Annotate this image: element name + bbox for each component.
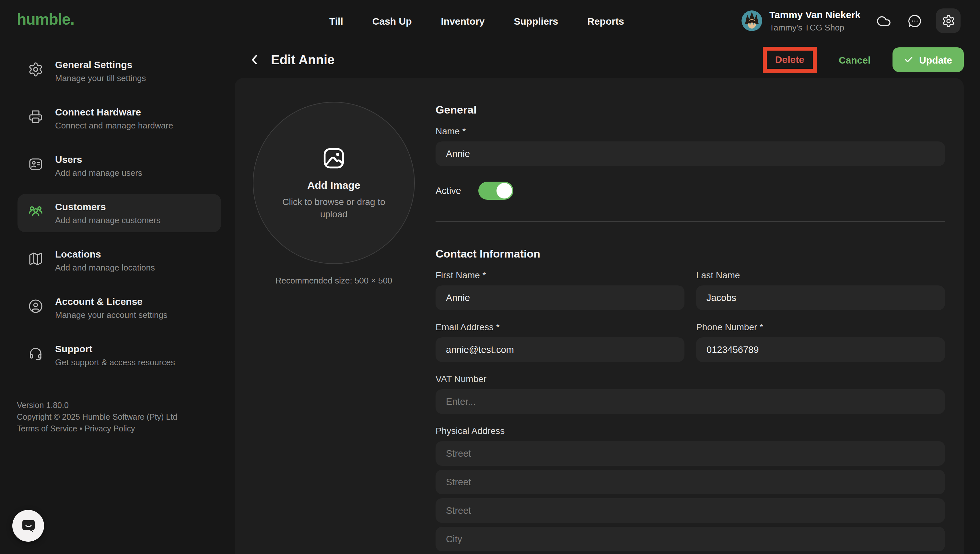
check-icon	[904, 55, 913, 64]
printer-icon	[28, 109, 43, 125]
vat-field: VAT Number	[436, 374, 945, 414]
sidebar-item-customers[interactable]: Customers Add and manage customers	[18, 194, 221, 232]
update-button[interactable]: Update	[892, 47, 964, 72]
city-input[interactable]	[436, 527, 945, 551]
intercom-chat-icon	[20, 517, 37, 534]
legal-links: Terms of Service • Privacy Policy	[17, 423, 177, 435]
nav-reports[interactable]: Reports	[587, 15, 624, 26]
avatar[interactable]	[741, 10, 762, 31]
sidebar-item-text: Customers Add and manage customers	[55, 200, 161, 226]
last-name-input[interactable]	[696, 286, 945, 310]
sidebar-item-connect-hardware[interactable]: Connect Hardware Connect and manage hard…	[18, 99, 221, 137]
settings-sidebar: General Settings Manage your till settin…	[0, 42, 235, 554]
nav-cash-up[interactable]: Cash Up	[372, 15, 412, 26]
street-input-1[interactable]	[436, 441, 945, 466]
sidebar-footer: Version 1.80.0 Copyright © 2025 Humble S…	[17, 400, 177, 435]
last-name-field: Last Name	[696, 270, 945, 310]
contact-grid: First Name * Last Name Email Address * P…	[436, 270, 945, 362]
nav-suppliers[interactable]: Suppliers	[514, 15, 558, 26]
sidebar-item-account-license[interactable]: Account & License Manage your account se…	[18, 289, 221, 327]
street-input-2[interactable]	[436, 470, 945, 494]
sidebar-item-subtitle: Connect and manage hardware	[55, 121, 173, 131]
sidebar-item-support[interactable]: Support Get support & access resources	[18, 336, 221, 374]
name-input[interactable]	[436, 141, 945, 166]
sidebar-item-title: Account & License	[55, 295, 167, 308]
edit-customer-card: Add Image Click to browse or drag to upl…	[235, 78, 964, 554]
contact-section-heading: Contact Information	[436, 248, 945, 261]
active-label: Active	[436, 185, 461, 196]
sidebar-item-title: Locations	[55, 248, 155, 260]
terms-link[interactable]: Terms of Service	[17, 424, 77, 433]
sidebar-item-general-settings[interactable]: General Settings Manage your till settin…	[18, 52, 221, 90]
sidebar-item-text: Connect Hardware Connect and manage hard…	[55, 106, 173, 131]
upload-title: Add Image	[307, 180, 360, 192]
nav-till[interactable]: Till	[329, 15, 343, 26]
main-content: Edit Annie Delete Cancel Update	[235, 42, 980, 554]
privacy-link[interactable]: Privacy Policy	[84, 424, 135, 433]
sidebar-item-subtitle: Get support & access resources	[55, 358, 175, 368]
user-circle-icon	[28, 299, 43, 314]
bullet: •	[80, 424, 82, 433]
settings-button[interactable]	[936, 8, 961, 33]
active-toggle[interactable]	[478, 182, 513, 200]
phone-input[interactable]	[696, 337, 945, 362]
user-info[interactable]: Tammy Van Niekerk Tammy's TCG Shop	[769, 9, 861, 34]
sidebar-item-title: Connect Hardware	[55, 106, 173, 118]
toggle-knob	[496, 183, 512, 198]
active-row: Active	[436, 182, 945, 200]
id-card-icon	[28, 156, 43, 172]
physical-address-label: Physical Address	[436, 426, 945, 436]
sidebar-item-subtitle: Add and manage locations	[55, 263, 155, 273]
map-icon	[28, 251, 43, 267]
email-input[interactable]	[436, 337, 684, 362]
sidebar-item-title: General Settings	[55, 58, 146, 71]
sidebar-item-subtitle: Manage your till settings	[55, 73, 146, 84]
sidebar-item-title: Support	[55, 343, 175, 355]
delete-button[interactable]: Delete	[775, 54, 804, 65]
image-upload-column: Add Image Click to browse or drag to upl…	[235, 78, 415, 554]
page-title: Edit Annie	[271, 52, 334, 67]
sidebar-item-users[interactable]: Users Add and manage users	[18, 147, 221, 185]
sidebar-item-title: Customers	[55, 200, 161, 213]
upload-hint: Recommended size: 500 × 500	[253, 276, 415, 286]
street-input-3[interactable]	[436, 498, 945, 523]
humble-logo: humble.	[17, 10, 74, 29]
user-name: Tammy Van Niekerk	[769, 9, 861, 21]
screen: humble. Till Cash Up Inventory Suppliers…	[0, 0, 980, 554]
sidebar-item-subtitle: Manage your account settings	[55, 310, 167, 321]
top-bar: humble. Till Cash Up Inventory Suppliers…	[0, 0, 980, 42]
phone-label: Phone Number *	[696, 322, 945, 332]
upload-subtitle: Click to browse or drag to upload	[272, 196, 395, 220]
app-window: humble. Till Cash Up Inventory Suppliers…	[0, 0, 980, 554]
version-text: Version 1.80.0	[17, 400, 177, 411]
sidebar-item-subtitle: Add and manage customers	[55, 216, 161, 226]
first-name-field: First Name *	[436, 270, 684, 310]
vat-input[interactable]	[436, 389, 945, 414]
customer-form: General Name * Active Contact Informatio…	[436, 78, 945, 554]
update-label: Update	[919, 54, 952, 65]
first-name-input[interactable]	[436, 286, 684, 310]
last-name-label: Last Name	[696, 270, 945, 280]
name-label: Name *	[436, 126, 945, 136]
intercom-launcher-button[interactable]	[12, 510, 44, 542]
sidebar-item-locations[interactable]: Locations Add and manage locations	[18, 241, 221, 279]
sidebar-item-text: Locations Add and manage locations	[55, 248, 155, 273]
chat-icon[interactable]	[907, 14, 922, 29]
physical-address-field: Physical Address	[436, 426, 945, 551]
nav-inventory[interactable]: Inventory	[441, 15, 485, 26]
section-divider	[436, 221, 945, 222]
back-button[interactable]	[248, 52, 263, 67]
vat-label: VAT Number	[436, 374, 945, 384]
gear-icon	[942, 14, 955, 27]
main-nav: Till Cash Up Inventory Suppliers Reports	[329, 0, 624, 42]
headset-icon	[28, 346, 43, 361]
sidebar-item-subtitle: Add and manage users	[55, 168, 142, 179]
cancel-button[interactable]: Cancel	[839, 54, 870, 65]
gear-icon	[28, 62, 43, 77]
chevron-left-icon	[248, 53, 263, 67]
email-label: Email Address *	[436, 322, 684, 332]
sidebar-item-text: Users Add and manage users	[55, 153, 142, 179]
cloud-icon[interactable]	[876, 14, 891, 29]
email-field: Email Address *	[436, 322, 684, 362]
image-upload-dropzone[interactable]: Add Image Click to browse or drag to upl…	[253, 102, 415, 264]
